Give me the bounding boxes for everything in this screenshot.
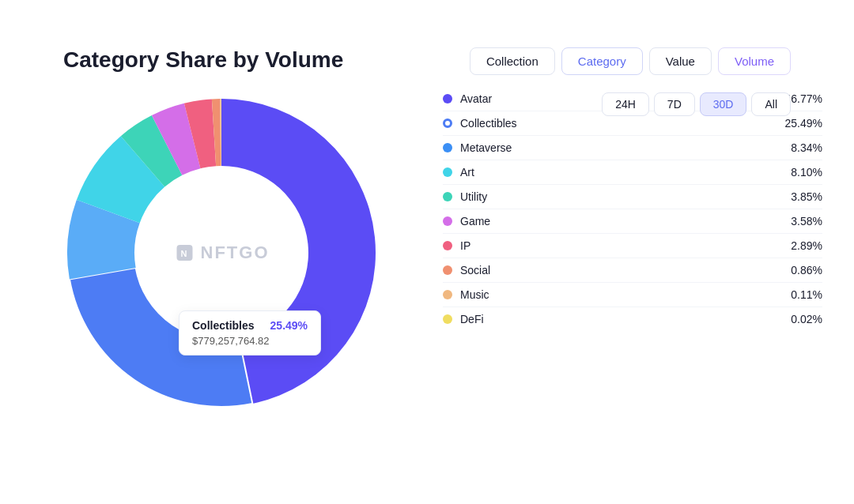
filter-btn-value[interactable]: Value <box>649 47 712 75</box>
legend-name: Music <box>460 288 775 301</box>
legend-pct: 3.58% <box>775 215 822 228</box>
legend-name: Metaverse <box>460 141 775 154</box>
type-filter-row: CollectionCategoryValueVolume <box>470 47 791 75</box>
legend-dot <box>443 192 452 201</box>
nftgo-text: NFTGO <box>201 243 270 263</box>
legend-pct: 0.86% <box>775 264 822 276</box>
legend-name: Game <box>460 215 775 228</box>
legend-name: IP <box>460 239 775 252</box>
legend-dot <box>443 143 452 152</box>
donut-chart: N NFTGO Collectibles 25.49% $779,257,764… <box>55 87 387 419</box>
legend-pct: 3.85% <box>775 190 822 203</box>
filter-btn-volume[interactable]: Volume <box>718 47 791 75</box>
legend-pct: 8.10% <box>775 166 822 179</box>
legend-pct: 0.02% <box>775 313 822 325</box>
controls-area: CollectionCategoryValueVolume 24H7D30DAl… <box>470 47 791 132</box>
legend-pct: 8.34% <box>775 141 822 154</box>
legend-item: Game3.58% <box>443 209 822 234</box>
legend-dot <box>443 118 452 128</box>
time-filter-row: 24H7D30DAll <box>602 92 791 116</box>
legend-item: Metaverse8.34% <box>443 136 822 160</box>
legend-dot <box>443 265 452 275</box>
legend-dot <box>443 167 452 177</box>
filter-btn-collection[interactable]: Collection <box>470 47 555 75</box>
svg-text:N: N <box>181 249 189 258</box>
legend-item: IP2.89% <box>443 234 822 258</box>
tooltip-value: $779,257,764.82 <box>192 335 308 347</box>
legend-dot <box>443 314 452 324</box>
filter-btn-category[interactable]: Category <box>561 47 643 75</box>
tooltip-name: Collectibles <box>192 319 255 332</box>
chart-panel: N NFTGO Collectibles 25.49% $779,257,764… <box>32 87 411 419</box>
time-btn-7d[interactable]: 7D <box>654 92 695 116</box>
legend-name: Utility <box>460 190 775 203</box>
legend-panel: Avatar46.77%Collectibles25.49%Metaverse8… <box>443 87 822 419</box>
legend-item: DeFi0.02% <box>443 307 822 331</box>
chart-tooltip: Collectibles 25.49% $779,257,764.82 <box>179 310 321 355</box>
nftgo-logo-icon: N <box>174 242 196 264</box>
legend-pct: 2.89% <box>775 239 822 252</box>
time-btn-24h[interactable]: 24H <box>602 92 649 116</box>
page-title: Category Share by Volume <box>63 47 343 73</box>
tooltip-percent: 25.49% <box>270 319 308 332</box>
time-btn-30d[interactable]: 30D <box>700 92 747 116</box>
legend-dot <box>443 216 452 226</box>
legend-name: Social <box>460 264 775 276</box>
legend-item: Utility3.85% <box>443 185 822 209</box>
nftgo-logo: N NFTGO <box>174 242 270 264</box>
legend-dot <box>443 94 452 103</box>
legend-dot <box>443 290 452 299</box>
time-btn-all[interactable]: All <box>751 92 791 116</box>
legend-item: Art8.10% <box>443 160 822 185</box>
legend-item: Music0.11% <box>443 283 822 307</box>
legend-name: DeFi <box>460 313 775 325</box>
legend-item: Social0.86% <box>443 258 822 283</box>
legend-pct: 0.11% <box>775 288 822 301</box>
legend-dot <box>443 241 452 250</box>
legend-name: Art <box>460 166 775 179</box>
